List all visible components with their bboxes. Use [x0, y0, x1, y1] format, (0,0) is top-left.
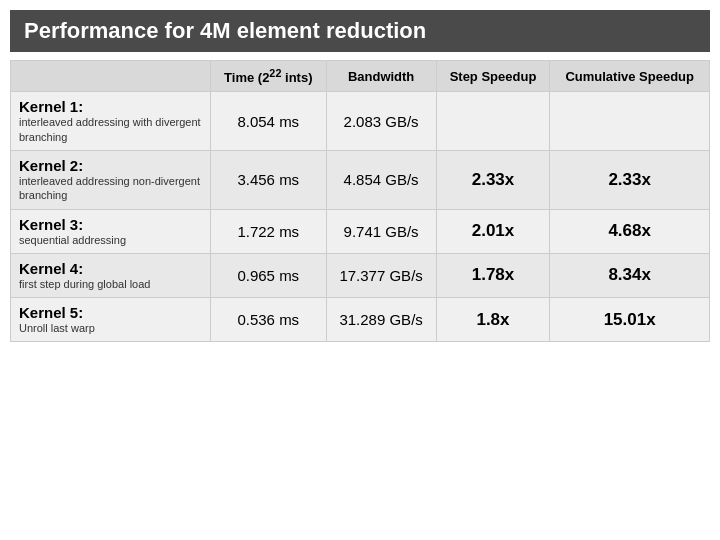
- table-row: Kernel 3:sequential addressing1.722 ms9.…: [11, 209, 710, 253]
- kernel-cell-2: Kernel 2:interleaved addressing non-dive…: [11, 150, 211, 209]
- bandwidth-cell-4: 17.377 GB/s: [326, 253, 436, 297]
- kernel-desc-3: sequential addressing: [19, 233, 202, 247]
- step-speedup-cell-5: 1.8x: [436, 298, 550, 342]
- kernel-cell-5: Kernel 5:Unroll last warp: [11, 298, 211, 342]
- kernel-desc-5: Unroll last warp: [19, 321, 202, 335]
- header-bandwidth: Bandwidth: [326, 61, 436, 92]
- table-row: Kernel 2:interleaved addressing non-dive…: [11, 150, 710, 209]
- step-speedup-cell-4: 1.78x: [436, 253, 550, 297]
- cumulative-speedup-cell-3: 4.68x: [550, 209, 710, 253]
- kernel-name-3: Kernel 3:: [19, 216, 202, 233]
- header-cumulative-speedup: Cumulative Speedup: [550, 61, 710, 92]
- table-row: Kernel 1:interleaved addressing with div…: [11, 92, 710, 151]
- page-wrapper: Performance for 4M element reduction Tim…: [0, 0, 720, 352]
- step-speedup-cell-3: 2.01x: [436, 209, 550, 253]
- cumulative-speedup-cell-5: 15.01x: [550, 298, 710, 342]
- header-step-speedup: Step Speedup: [436, 61, 550, 92]
- header-kernel: [11, 61, 211, 92]
- kernel-desc-1: interleaved addressing with divergent br…: [19, 115, 202, 144]
- time-cell-1: 8.054 ms: [211, 92, 327, 151]
- time-cell-3: 1.722 ms: [211, 209, 327, 253]
- kernel-name-5: Kernel 5:: [19, 304, 202, 321]
- cumulative-speedup-cell-1: [550, 92, 710, 151]
- bandwidth-cell-5: 31.289 GB/s: [326, 298, 436, 342]
- step-speedup-cell-2: 2.33x: [436, 150, 550, 209]
- kernel-name-4: Kernel 4:: [19, 260, 202, 277]
- kernel-name-2: Kernel 2:: [19, 157, 202, 174]
- kernel-desc-4: first step during global load: [19, 277, 202, 291]
- time-cell-2: 3.456 ms: [211, 150, 327, 209]
- time-cell-4: 0.965 ms: [211, 253, 327, 297]
- bandwidth-cell-1: 2.083 GB/s: [326, 92, 436, 151]
- time-cell-5: 0.536 ms: [211, 298, 327, 342]
- table-row: Kernel 4:first step during global load0.…: [11, 253, 710, 297]
- table-row: Kernel 5:Unroll last warp0.536 ms31.289 …: [11, 298, 710, 342]
- page-title: Performance for 4M element reduction: [10, 10, 710, 52]
- performance-table: Time (222 ints) Bandwidth Step Speedup C…: [10, 60, 710, 342]
- kernel-cell-3: Kernel 3:sequential addressing: [11, 209, 211, 253]
- cumulative-speedup-cell-2: 2.33x: [550, 150, 710, 209]
- cumulative-speedup-cell-4: 8.34x: [550, 253, 710, 297]
- kernel-name-1: Kernel 1:: [19, 98, 202, 115]
- kernel-desc-2: interleaved addressing non-divergent bra…: [19, 174, 202, 203]
- kernel-cell-1: Kernel 1:interleaved addressing with div…: [11, 92, 211, 151]
- bandwidth-cell-3: 9.741 GB/s: [326, 209, 436, 253]
- kernel-cell-4: Kernel 4:first step during global load: [11, 253, 211, 297]
- bandwidth-cell-2: 4.854 GB/s: [326, 150, 436, 209]
- header-time: Time (222 ints): [211, 61, 327, 92]
- step-speedup-cell-1: [436, 92, 550, 151]
